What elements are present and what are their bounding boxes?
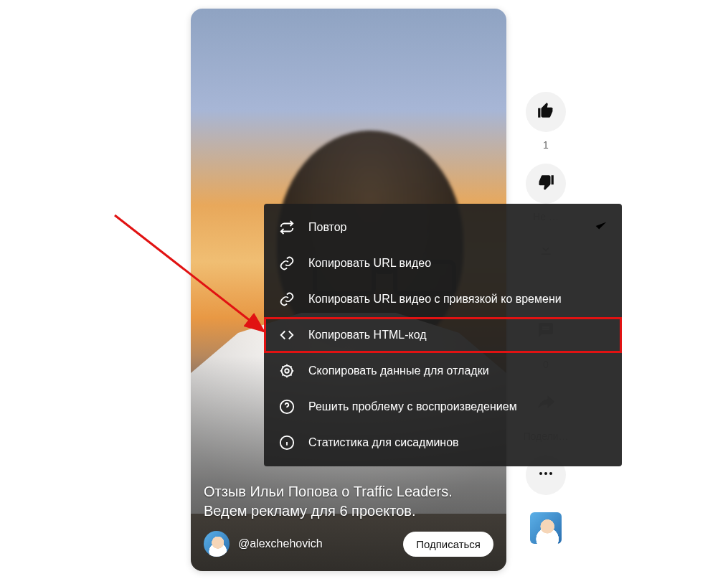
- ctx-label: Копировать HTML-код: [308, 329, 427, 342]
- ctx-item-troubleshoot[interactable]: Решить проблему с воспроизведением: [264, 389, 622, 425]
- channel-handle[interactable]: @alexchehovich: [238, 537, 394, 550]
- svg-line-8: [115, 215, 264, 331]
- link-icon: [278, 291, 296, 308]
- bug-icon: [278, 362, 296, 380]
- ctx-label: Копировать URL видео: [308, 257, 431, 270]
- ctx-label: Скопировать данные для отладки: [308, 364, 489, 377]
- related-thumbnail[interactable]: [530, 512, 562, 544]
- info-icon: [278, 434, 296, 451]
- subscribe-button[interactable]: Подписаться: [403, 532, 493, 557]
- check-icon: [593, 218, 609, 237]
- channel-row: @alexchehovich Подписаться: [204, 531, 493, 557]
- ctx-label: Копировать URL видео с привязкой ко врем…: [308, 293, 562, 306]
- help-icon: [278, 398, 296, 415]
- ctx-item-copy-url[interactable]: Копировать URL видео: [264, 245, 622, 281]
- annotation-arrow: [108, 208, 280, 352]
- svg-point-0: [539, 472, 542, 475]
- svg-point-1: [544, 472, 547, 475]
- ctx-label: Повтор: [308, 221, 347, 234]
- thumbs-down-icon: [536, 173, 555, 194]
- channel-avatar[interactable]: [204, 531, 230, 557]
- svg-point-3: [282, 366, 293, 377]
- like-count: 1: [543, 139, 549, 151]
- ctx-item-copy-url-time[interactable]: Копировать URL видео с привязкой ко врем…: [264, 281, 622, 317]
- ctx-label: Статистика для сисадминов: [308, 436, 459, 449]
- more-horizontal-icon: [537, 465, 554, 485]
- thumbs-up-icon: [536, 101, 555, 123]
- ctx-label: Решить проблему с воспроизведением: [308, 400, 517, 413]
- svg-point-4: [285, 369, 289, 373]
- ctx-item-copy-debug[interactable]: Скопировать данные для отладки: [264, 353, 622, 389]
- ctx-item-stats[interactable]: Статистика для сисадминов: [264, 425, 622, 461]
- video-overlay: Отзыв Ильи Попова о Traffic Leaders. Вед…: [191, 469, 506, 571]
- like-button[interactable]: [526, 92, 566, 132]
- link-icon: [278, 255, 296, 272]
- code-icon: [278, 326, 296, 344]
- repeat-icon: [278, 219, 296, 236]
- dislike-button[interactable]: [526, 164, 566, 204]
- svg-point-2: [549, 472, 552, 475]
- ctx-item-loop[interactable]: Повтор: [264, 209, 622, 245]
- video-title: Отзыв Ильи Попова о Traffic Leaders. Вед…: [204, 482, 493, 521]
- ctx-item-copy-html[interactable]: Копировать HTML-код: [264, 317, 622, 353]
- video-context-menu: Повтор Копировать URL видео Копировать U…: [264, 204, 622, 466]
